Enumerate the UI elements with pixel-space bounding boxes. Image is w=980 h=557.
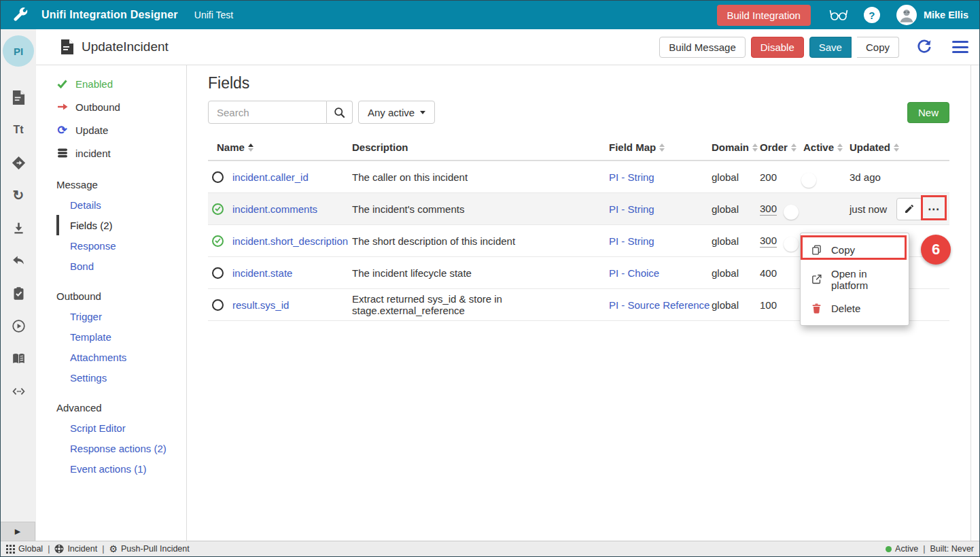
database-icon xyxy=(56,148,68,158)
pencil-icon xyxy=(904,203,915,214)
build-message-button[interactable]: Build Message xyxy=(659,37,745,58)
column-header-order[interactable]: Order xyxy=(760,141,803,153)
order-value[interactable]: 300 xyxy=(760,203,777,216)
project-name-link[interactable]: Unifi Test xyxy=(194,10,233,20)
record-actions: Build Message Disable Save Copy xyxy=(659,37,968,58)
icon-rail: Tt ↻ xyxy=(1,29,36,541)
sidebar-item-update[interactable]: ⟳ Update xyxy=(36,118,186,141)
order-value[interactable]: 300 xyxy=(760,235,777,248)
rail-documentation-icon[interactable] xyxy=(2,342,35,375)
field-map-link[interactable]: PI - String xyxy=(609,171,712,183)
statusbar-right: Active | Built: Never xyxy=(886,544,974,554)
sidebar-item-template[interactable]: Template xyxy=(56,326,186,347)
sidebar-item-trigger[interactable]: Trigger xyxy=(56,306,186,326)
page-title: Fields xyxy=(208,74,949,92)
sidebar-item-incident[interactable]: incident xyxy=(36,141,186,165)
table-row: incident.caller_id The caller on this in… xyxy=(208,161,949,193)
build-integration-button[interactable]: Build Integration xyxy=(717,5,811,26)
sidebar-item-fields[interactable]: Fields (2) xyxy=(56,215,186,235)
statusbar-incident[interactable]: Incident xyxy=(54,544,97,554)
avatar[interactable] xyxy=(896,5,917,25)
search-button[interactable] xyxy=(327,101,353,124)
sort-icon xyxy=(894,144,899,152)
column-header-active[interactable]: Active xyxy=(803,141,850,153)
sidebar-item-bond[interactable]: Bond xyxy=(56,256,186,276)
sidebar-item-response[interactable]: Response xyxy=(56,235,186,256)
top-navbar: Unifi Integration Designer Unifi Test Bu… xyxy=(1,1,979,29)
rail-download-icon[interactable] xyxy=(2,212,35,244)
sidebar-item-attachments[interactable]: Attachments xyxy=(56,347,186,367)
rail-document-icon[interactable] xyxy=(2,81,35,114)
context-menu-copy[interactable]: Copy xyxy=(801,235,909,265)
column-header-updated[interactable]: Updated xyxy=(850,141,907,153)
column-header-domain[interactable]: Domain xyxy=(712,141,760,153)
trash-icon xyxy=(811,303,822,314)
filter-dropdown[interactable]: Any active xyxy=(358,101,435,124)
list-controls: Any active New xyxy=(208,101,949,124)
rail-collapse-button[interactable]: ▶ xyxy=(1,522,35,541)
column-header-field-map[interactable]: Field Map xyxy=(609,141,712,153)
save-button[interactable]: Save xyxy=(809,37,852,58)
rail-code-icon[interactable] xyxy=(2,375,35,407)
sidebar-item-outbound[interactable]: Outbound xyxy=(36,95,186,118)
table-header-row: Name Description Field Map Domain Order … xyxy=(208,135,949,161)
menu-icon[interactable] xyxy=(952,41,968,53)
field-map-link[interactable]: PI - Choice xyxy=(609,267,712,279)
integration-avatar[interactable]: PI xyxy=(3,35,34,67)
built-status-label: Built: Never xyxy=(930,544,974,554)
sort-asc-icon xyxy=(248,144,253,152)
rail-tasks-icon[interactable] xyxy=(2,277,35,309)
gear-icon: ⚙ xyxy=(109,544,118,554)
rail-history-icon[interactable]: ↻ xyxy=(2,179,35,212)
sort-icon xyxy=(791,144,797,152)
column-header-description[interactable]: Description xyxy=(352,141,609,153)
row-menu-button[interactable]: ⋯ xyxy=(922,198,945,220)
field-name-link[interactable]: incident.caller_id xyxy=(232,171,352,183)
field-map-link[interactable]: PI - String xyxy=(609,203,712,215)
sort-icon xyxy=(659,144,665,152)
rail-reply-icon[interactable] xyxy=(2,244,35,277)
sync-icon: ⟳ xyxy=(56,124,68,136)
refresh-icon[interactable] xyxy=(915,39,932,55)
sidebar-item-script-editor[interactable]: Script Editor xyxy=(56,418,186,438)
field-name-link[interactable]: incident.short_description xyxy=(232,235,352,247)
search-icon xyxy=(334,107,345,118)
field-name-link[interactable]: incident.comments xyxy=(232,203,352,215)
active-status-dot xyxy=(886,546,892,552)
field-name-link[interactable]: incident.state xyxy=(232,267,352,279)
glasses-icon[interactable] xyxy=(828,7,849,22)
annotation-step-badge: 6 xyxy=(921,235,951,265)
user-name[interactable]: Mike Ellis xyxy=(924,10,968,20)
copy-record-button[interactable]: Copy xyxy=(857,37,899,58)
sidebar-item-response-actions[interactable]: Response actions (2) xyxy=(56,438,186,458)
sidebar-item-enabled[interactable]: Enabled xyxy=(36,72,186,95)
new-button[interactable]: New xyxy=(907,102,949,123)
sidebar-item-details[interactable]: Details xyxy=(56,195,186,215)
statusbar-global[interactable]: Global xyxy=(6,544,43,554)
active-status-icon xyxy=(212,203,224,215)
rail-share-icon[interactable] xyxy=(2,146,35,179)
context-menu-open-in-platform[interactable]: Open in platform xyxy=(801,265,909,294)
sidebar-item-event-actions[interactable]: Event actions (1) xyxy=(56,458,186,479)
context-menu-delete[interactable]: Delete xyxy=(801,294,909,323)
field-name-link[interactable]: result.sys_id xyxy=(232,299,352,311)
edit-button[interactable] xyxy=(896,198,922,220)
rail-play-icon[interactable] xyxy=(2,309,35,342)
statusbar-process[interactable]: ⚙ Push-Pull Incident xyxy=(109,544,189,554)
app-title: Unifi Integration Designer xyxy=(41,9,178,21)
grid-icon xyxy=(6,545,15,554)
sidebar-item-settings[interactable]: Settings xyxy=(56,367,186,388)
topbar-right: Build Integration ? Mike Ellis xyxy=(717,5,969,26)
chevron-down-icon xyxy=(420,111,425,114)
arrow-right-icon xyxy=(56,103,68,111)
help-icon[interactable]: ? xyxy=(864,7,880,23)
search-input[interactable] xyxy=(208,101,327,124)
field-map-link[interactable]: PI - Source Reference xyxy=(609,299,712,311)
column-header-name[interactable]: Name xyxy=(208,141,352,153)
disable-button[interactable]: Disable xyxy=(751,37,804,58)
rail-text-format-icon[interactable]: Tt xyxy=(2,114,35,146)
sort-icon xyxy=(837,144,843,152)
field-map-link[interactable]: PI - String xyxy=(609,235,712,247)
copy-icon xyxy=(811,244,822,256)
disc-icon xyxy=(54,544,64,554)
